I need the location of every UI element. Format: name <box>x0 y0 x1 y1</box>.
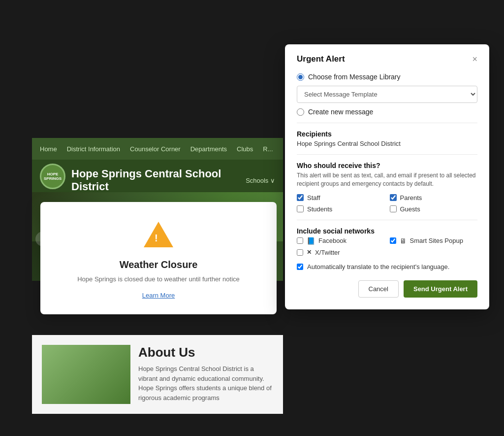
recipient-checkboxes: Staff Parents Students Guests <box>297 194 477 213</box>
twitter-x-icon: ✕ <box>307 249 312 256</box>
school-title: Hope Springs Central School District <box>71 168 221 194</box>
nav-more[interactable]: R... <box>263 145 273 153</box>
school-logo: HOPESPRINGS <box>40 164 65 189</box>
checkbox-guests-label: Guests <box>400 205 420 213</box>
checkbox-parents-input[interactable] <box>390 194 397 201</box>
checkbox-facebook-input[interactable] <box>297 237 303 244</box>
facebook-label: Facebook <box>318 237 346 244</box>
radio-library-input[interactable] <box>297 73 304 81</box>
social-label: Include social networks <box>297 227 477 235</box>
who-label: Who should receive this? <box>297 162 477 169</box>
about-section: About Us Hope Springs Central School Dis… <box>32 335 283 414</box>
weather-title: Weather Closure <box>55 259 262 270</box>
divider-1 <box>297 123 477 123</box>
social-twitter[interactable]: ✕ X/Twitter <box>297 249 385 256</box>
learn-more-link[interactable]: Learn More <box>142 292 175 299</box>
nav-clubs[interactable]: Clubs <box>237 145 253 153</box>
checkbox-translate-input[interactable] <box>297 264 303 270</box>
schools-button[interactable]: Schools ∨ <box>246 177 275 184</box>
about-image <box>42 345 130 404</box>
modal-header: Urgent Alert × <box>297 54 477 64</box>
checkbox-staff-label: Staff <box>307 194 320 201</box>
warning-triangle-icon <box>144 222 173 247</box>
warning-icon <box>144 222 173 251</box>
recipients-label: Recipients <box>297 130 477 138</box>
weather-closure-popup: Weather Closure Hope Springs is closed d… <box>40 202 277 314</box>
checkbox-staff-input[interactable] <box>297 194 304 201</box>
auto-translate-label: Automatically translate to the recipient… <box>307 263 449 270</box>
checkbox-parents[interactable]: Parents <box>390 194 478 201</box>
cancel-button[interactable]: Cancel <box>358 280 399 298</box>
facebook-icon: 📘 <box>307 237 315 245</box>
social-smartsites[interactable]: 🖥 Smart Sites Popup <box>390 237 478 245</box>
smartsites-icon: 🖥 <box>400 237 407 245</box>
radio-library-option[interactable]: Choose from Message Library <box>297 73 477 81</box>
modal-close-button[interactable]: × <box>472 55 477 64</box>
who-desc: This alert will be sent as text, call, a… <box>297 171 477 188</box>
divider-2 <box>297 154 477 155</box>
checkbox-staff[interactable]: Staff <box>297 194 385 201</box>
checkbox-students[interactable]: Students <box>297 205 385 213</box>
send-urgent-alert-button[interactable]: Send Urgent Alert <box>404 280 477 298</box>
urgent-alert-modal: Urgent Alert × Choose from Message Libra… <box>285 44 489 309</box>
template-select[interactable]: Select Message Template <box>297 86 477 103</box>
nav-departments[interactable]: Departments <box>190 145 227 153</box>
modal-title: Urgent Alert <box>297 54 345 64</box>
site-nav: Home District Information Counselor Corn… <box>32 138 283 160</box>
checkbox-students-input[interactable] <box>297 205 304 212</box>
smartsites-label: Smart Sites Popup <box>410 237 463 244</box>
radio-new-option[interactable]: Create new message <box>297 108 477 116</box>
modal-actions: Cancel Send Urgent Alert <box>297 280 477 298</box>
social-facebook[interactable]: 📘 Facebook <box>297 237 385 245</box>
nav-counselor[interactable]: Counselor Corner <box>130 145 181 153</box>
nav-home[interactable]: Home <box>40 145 57 153</box>
divider-3 <box>297 220 477 220</box>
twitter-label: X/Twitter <box>315 249 340 256</box>
checkbox-guests[interactable]: Guests <box>390 205 478 213</box>
checkbox-parents-label: Parents <box>400 194 422 201</box>
auto-translate-option[interactable]: Automatically translate to the recipient… <box>297 263 477 270</box>
checkbox-smartsites-input[interactable] <box>390 237 396 244</box>
radio-library-label: Choose from Message Library <box>308 73 401 81</box>
weather-description: Hope Springs is closed due to weather un… <box>55 275 262 283</box>
social-checkboxes: 📘 Facebook 🖥 Smart Sites Popup ✕ X/Twitt… <box>297 237 477 256</box>
checkbox-guests-input[interactable] <box>390 205 397 212</box>
radio-new-input[interactable] <box>297 108 304 116</box>
checkbox-twitter-input[interactable] <box>297 249 303 256</box>
checkbox-students-label: Students <box>307 205 332 213</box>
recipients-value: Hope Springs Central School District <box>297 140 477 147</box>
radio-new-label: Create new message <box>308 108 373 116</box>
nav-district[interactable]: District Information <box>67 145 120 153</box>
